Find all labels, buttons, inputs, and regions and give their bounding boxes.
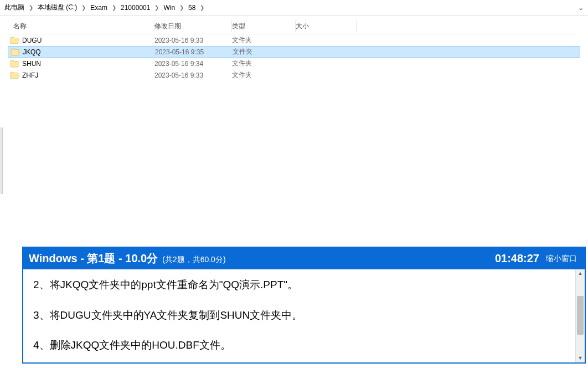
chevron-down-icon[interactable]: ⌄ <box>576 4 586 12</box>
folder-icon <box>10 37 19 44</box>
chevron-right-icon[interactable]: ❯ <box>79 4 88 11</box>
breadcrumb-label: Exam <box>90 4 107 12</box>
file-type: 文件夹 <box>232 70 296 80</box>
exam-task: 3、将DUGU文件夹中的YA文件夹复制到SHUN文件夹中。 <box>33 308 565 324</box>
chevron-right-icon[interactable]: ❯ <box>110 4 118 11</box>
breadcrumb-item[interactable]: 本地磁盘 (C:) <box>35 0 79 15</box>
exam-title: Windows - 第1题 - 10.0分 <box>29 251 158 266</box>
column-header-label: 名称 <box>13 22 27 31</box>
column-header-name[interactable]: 名称 <box>8 19 154 34</box>
breadcrumb-item[interactable]: 21000001 <box>118 0 152 15</box>
breadcrumb-label: 本地磁盘 (C:) <box>38 3 77 12</box>
chevron-right-icon[interactable]: ❯ <box>198 4 207 11</box>
column-header-label: 大小 <box>296 22 309 31</box>
folder-icon <box>10 60 19 68</box>
file-type: 文件夹 <box>232 35 296 45</box>
exam-subtitle: (共2题，共60.0分) <box>162 255 225 265</box>
file-date: 2023-05-16 9:35 <box>155 48 233 56</box>
file-date: 2023-05-16 9:34 <box>154 60 232 68</box>
breadcrumb-item[interactable]: Exam <box>88 0 110 15</box>
exam-header: Windows - 第1题 - 10.0分 (共2题，共60.0分) 01:48… <box>23 248 585 269</box>
file-row[interactable]: JKQQ2023-05-16 9:35文件夹 <box>8 46 580 58</box>
file-row[interactable]: SHUN2023-05-16 9:34文件夹 <box>8 58 580 69</box>
breadcrumb-label: Win <box>163 4 175 12</box>
file-type: 文件夹 <box>232 59 296 68</box>
file-row[interactable]: DUGU2023-05-16 9:33文件夹 <box>8 34 580 46</box>
file-type: 文件夹 <box>233 47 296 57</box>
exam-task: 2、将JKQQ文件夹中的ppt文件重命名为"QQ演示.PPT"。 <box>33 277 565 293</box>
left-pane-sliver <box>0 127 3 194</box>
breadcrumb-item[interactable]: Win <box>161 0 177 15</box>
folder-icon <box>10 71 19 79</box>
file-name: DUGU <box>22 37 42 44</box>
breadcrumb-item[interactable]: 58 <box>186 0 198 15</box>
file-date: 2023-05-16 9:33 <box>154 71 232 79</box>
breadcrumb-label: 58 <box>188 4 195 12</box>
scroll-up-icon[interactable]: ▲ <box>576 269 585 278</box>
scroll-thumb[interactable] <box>577 296 584 335</box>
collapse-button[interactable]: 缩小窗口 <box>544 253 579 265</box>
chevron-right-icon[interactable]: ❯ <box>152 4 161 11</box>
column-header-label: 修改日期 <box>154 22 181 31</box>
exam-panel: Windows - 第1题 - 10.0分 (共2题，共60.0分) 01:48… <box>22 247 586 364</box>
column-headers: 名称 修改日期 类型 大小 <box>8 19 580 34</box>
column-header-type[interactable]: 类型 <box>232 19 296 34</box>
exam-body: 2、将JKQQ文件夹中的ppt文件重命名为"QQ演示.PPT"。 3、将DUGU… <box>23 269 575 362</box>
exam-timer: 01:48:27 <box>495 252 539 265</box>
column-header-label: 类型 <box>232 22 245 31</box>
breadcrumb-item[interactable]: 此电脑 <box>2 0 27 15</box>
file-name: SHUN <box>22 60 41 68</box>
scroll-down-icon[interactable]: ▼ <box>576 354 585 362</box>
file-list-pane: 名称 修改日期 类型 大小 DUGU2023-05-16 9:33文件夹JKQQ… <box>0 16 588 81</box>
folder-icon <box>11 48 19 56</box>
file-name: ZHFJ <box>22 71 38 79</box>
exam-task: 4、删除JKQQ文件夹中的HOU.DBF文件。 <box>33 338 565 354</box>
breadcrumb-label: 此电脑 <box>4 3 24 12</box>
column-header-date[interactable]: 修改日期 <box>154 19 232 34</box>
scrollbar[interactable]: ▲ ▼ <box>575 269 585 362</box>
column-header-size[interactable]: 大小 <box>296 19 357 34</box>
file-row[interactable]: ZHFJ2023-05-16 9:33文件夹 <box>8 69 580 81</box>
file-date: 2023-05-16 9:33 <box>154 37 232 44</box>
exam-body-wrap: 2、将JKQQ文件夹中的ppt文件重命名为"QQ演示.PPT"。 3、将DUGU… <box>23 269 585 362</box>
chevron-right-icon[interactable]: ❯ <box>27 4 35 11</box>
chevron-right-icon[interactable]: ❯ <box>177 4 186 11</box>
breadcrumb-label: 21000001 <box>121 4 150 12</box>
file-name: JKQQ <box>23 48 41 56</box>
breadcrumb: 此电脑 ❯ 本地磁盘 (C:) ❯ Exam ❯ 21000001 ❯ Win … <box>0 0 588 16</box>
file-rows: DUGU2023-05-16 9:33文件夹JKQQ2023-05-16 9:3… <box>8 34 580 81</box>
